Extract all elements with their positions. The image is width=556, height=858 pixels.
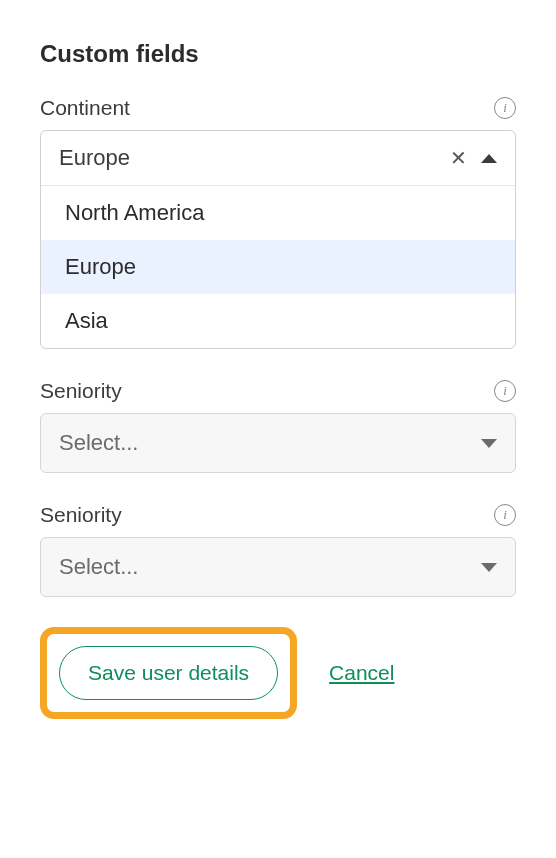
dropdown-icons: ✕ xyxy=(450,148,497,168)
seniority-select-1[interactable]: Select... xyxy=(40,413,516,473)
seniority-label-2: Seniority xyxy=(40,503,122,527)
save-button[interactable]: Save user details xyxy=(59,646,278,700)
field-continent: Continent i Europe ✕ North America Europ… xyxy=(40,96,516,349)
field-seniority-1: Seniority i Select... xyxy=(40,379,516,473)
field-label-row: Seniority i xyxy=(40,379,516,403)
seniority-select-2[interactable]: Select... xyxy=(40,537,516,597)
cancel-link[interactable]: Cancel xyxy=(329,661,394,685)
seniority-placeholder-1: Select... xyxy=(59,430,138,456)
info-icon[interactable]: i xyxy=(494,504,516,526)
info-icon[interactable]: i xyxy=(494,380,516,402)
field-label-row: Continent i xyxy=(40,96,516,120)
continent-option[interactable]: North America xyxy=(41,186,515,240)
chevron-down-icon[interactable] xyxy=(481,563,497,572)
clear-icon[interactable]: ✕ xyxy=(450,148,467,168)
field-seniority-2: Seniority i Select... xyxy=(40,503,516,597)
section-title: Custom fields xyxy=(40,40,516,68)
continent-label: Continent xyxy=(40,96,130,120)
continent-option[interactable]: Europe xyxy=(41,240,515,294)
continent-dropdown[interactable]: Europe ✕ North America Europe Asia xyxy=(40,130,516,349)
seniority-placeholder-2: Select... xyxy=(59,554,138,580)
field-label-row: Seniority i xyxy=(40,503,516,527)
continent-option[interactable]: Asia xyxy=(41,294,515,348)
seniority-label-1: Seniority xyxy=(40,379,122,403)
continent-selected-text: Europe xyxy=(59,145,130,171)
actions-row: Save user details Cancel xyxy=(40,627,516,719)
continent-selected[interactable]: Europe ✕ xyxy=(41,131,515,185)
save-highlight-box: Save user details xyxy=(40,627,297,719)
continent-options: North America Europe Asia xyxy=(41,185,515,348)
chevron-down-icon[interactable] xyxy=(481,439,497,448)
info-icon[interactable]: i xyxy=(494,97,516,119)
chevron-up-icon[interactable] xyxy=(481,154,497,163)
